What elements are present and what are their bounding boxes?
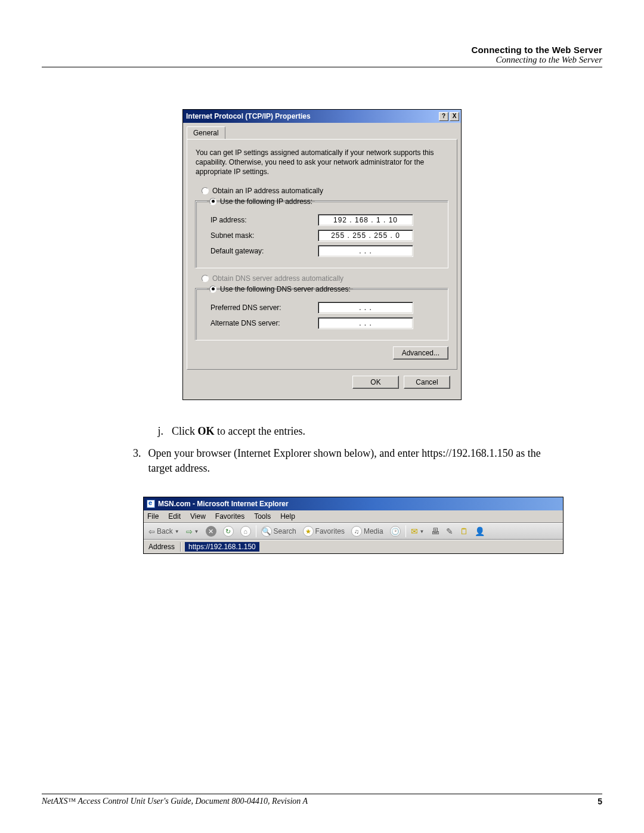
favorites-button[interactable]: ★ Favorites [301,525,346,538]
media-label: Media [364,527,383,535]
stop-icon: ✕ [206,526,216,537]
step-j: j. Click OK to accept the entries. [155,424,566,439]
use-ip-group: Use the following IP address: IP address… [196,197,448,268]
address-label: Address [147,543,177,551]
step-j-marker: j. [155,424,163,439]
history-icon: 🕑 [390,526,401,537]
subnet-mask-input[interactable]: 255 . 255 . 255 . 0 [318,230,413,241]
forward-button[interactable]: ⇨ ▼ [184,526,201,537]
home-icon: ⌂ [240,526,251,537]
document-body: j. Click OK to accept the entries. 3. Op… [131,424,566,476]
page-footer: NetAXS™ Access Control Unit User's Guide… [42,794,602,806]
footer-page-number: 5 [597,797,602,806]
back-arrow-icon: ⇦ [148,527,155,536]
messenger-button[interactable]: 👤 [473,525,487,537]
back-label: Back [157,527,173,535]
default-gateway-label: Default gateway: [210,247,312,255]
default-gateway-input[interactable]: . . . [318,245,413,257]
menu-help[interactable]: Help [280,512,295,521]
print-button[interactable]: 🖶 [429,525,441,537]
tab-general[interactable]: General [187,126,225,139]
favorites-label: Favorites [315,527,345,535]
close-button[interactable]: X [450,112,459,121]
footer-doc-title: NetAXS™ Access Control Unit User's Guide… [42,797,308,806]
refresh-button[interactable]: ↻ [221,525,236,538]
dropdown-icon: ▼ [194,529,199,534]
alternate-dns-input[interactable]: . . . [318,317,413,329]
radio-icon [202,187,209,194]
cancel-button[interactable]: Cancel [404,376,450,389]
question-mark-icon: ? [442,113,445,119]
search-icon: 🔍 [261,526,272,537]
radio-icon [202,275,209,282]
radio-obtain-dns-auto: Obtain DNS server address automatically [202,274,448,283]
step-j-text-post: to accept the entries. [215,425,305,437]
header-section-title: Connecting to the Web Server [42,45,602,55]
stop-button[interactable]: ✕ [204,525,218,538]
ie-titlebar: MSN.com - Microsoft Internet Explorer [144,497,563,510]
menu-view[interactable]: View [190,512,206,521]
ie-address-bar: Address https://192.168.1.150 [144,540,563,553]
ie-menu-bar: File Edit View Favorites Tools Help [144,510,563,523]
ip-address-label: IP address: [210,216,312,224]
preferred-dns-input[interactable]: . . . [318,302,413,314]
dialog-description: You can get IP settings assigned automat… [196,148,448,177]
forward-arrow-icon: ⇨ [186,527,193,536]
edit-icon: ✎ [446,527,453,536]
mail-button[interactable]: ✉ ▼ [409,525,426,537]
close-icon: X [453,113,457,119]
menu-favorites[interactable]: Favorites [215,512,244,521]
use-dns-group: Use the following DNS server addresses: … [196,285,448,340]
step-j-text-bold: OK [198,425,215,437]
menu-file[interactable]: File [147,512,159,521]
step-3-marker: 3. [131,446,141,476]
discuss-button[interactable]: 🗒 [458,525,470,537]
alternate-dns-label: Alternate DNS server: [210,319,312,327]
messenger-icon: 👤 [475,527,485,536]
ip-address-input[interactable]: 192 . 168 . 1 . 10 [318,214,413,226]
toolbar-separator [405,525,406,537]
step-3-text: Open your browser (Internet Explorer sho… [148,446,566,476]
refresh-icon: ↻ [223,526,234,537]
radio-label: Obtain an IP address automatically [212,187,323,195]
favorites-icon: ★ [303,526,314,537]
ie-logo-icon [147,500,155,508]
dialog-title: Internet Protocol (TCP/IP) Properties [186,112,311,120]
media-button[interactable]: ♫ Media [349,525,385,538]
discuss-icon: 🗒 [460,527,468,536]
radio-label: Use the following DNS server addresses: [220,285,351,293]
dialog-titlebar: Internet Protocol (TCP/IP) Properties ? … [183,110,461,123]
subnet-mask-label: Subnet mask: [210,231,312,240]
help-button[interactable]: ? [439,112,448,121]
ok-button[interactable]: OK [352,376,399,389]
radio-obtain-ip-auto[interactable]: Obtain an IP address automatically [202,187,448,195]
page-header: Connecting to the Web Server Connecting … [42,45,602,67]
menu-tools[interactable]: Tools [254,512,271,521]
radio-use-dns[interactable]: Use the following DNS server addresses: [209,285,351,293]
dropdown-icon: ▼ [420,529,425,534]
preferred-dns-label: Preferred DNS server: [210,304,312,312]
mail-icon: ✉ [411,527,418,536]
advanced-button[interactable]: Advanced... [393,346,448,360]
radio-use-ip[interactable]: Use the following IP address: [209,197,312,206]
radio-icon [209,286,216,293]
radio-label: Use the following IP address: [220,197,312,206]
radio-label: Obtain DNS server address automatically [212,274,343,283]
home-button[interactable]: ⌂ [239,525,253,538]
search-button[interactable]: 🔍 Search [259,525,298,538]
toolbar-separator [256,525,256,537]
tcpip-properties-dialog: Internet Protocol (TCP/IP) Properties ? … [182,109,462,400]
step-3: 3. Open your browser (Internet Explorer … [131,446,566,476]
edit-button[interactable]: ✎ [444,525,455,537]
address-input[interactable]: https://192.168.1.150 [185,542,259,552]
history-button[interactable]: 🕑 [388,525,402,538]
ie-window: MSN.com - Microsoft Internet Explorer Fi… [143,497,564,554]
header-section-subtitle: Connecting to the Web Server [42,55,602,65]
ie-title-text: MSN.com - Microsoft Internet Explorer [158,500,289,508]
media-icon: ♫ [351,526,362,537]
menu-edit[interactable]: Edit [168,512,181,521]
back-button[interactable]: ⇦ Back ▼ [147,526,181,537]
radio-icon [209,198,216,205]
step-j-text-pre: Click [172,425,198,437]
ie-toolbar: ⇦ Back ▼ ⇨ ▼ ✕ ↻ ⌂ 🔍 Search [144,523,563,540]
